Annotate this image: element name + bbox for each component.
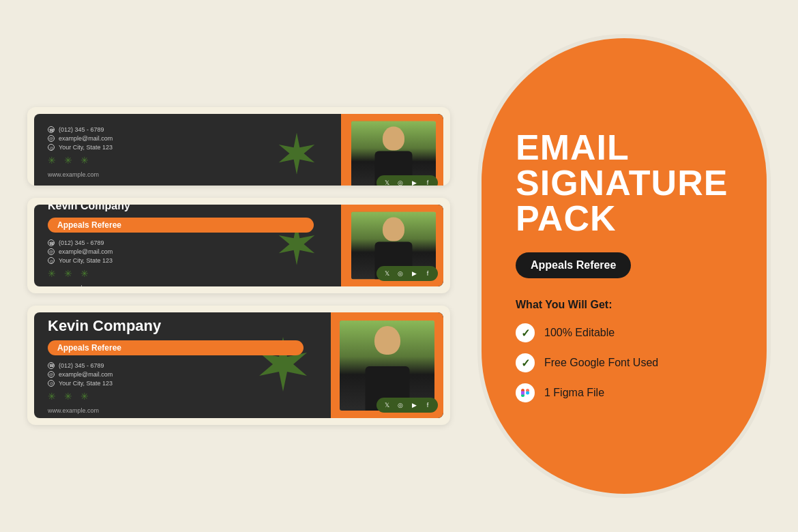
phone-row-middle: ☎ (012) 345 - 6789	[48, 239, 314, 246]
twitter-icon-middle: 𝕏	[382, 269, 391, 278]
social-bar-top: 𝕏 ◎ ▶ f	[376, 175, 438, 186]
feature-text-3: 1 Figma File	[544, 387, 604, 399]
phone-text-bottom: (012) 345 - 6789	[59, 362, 104, 369]
twitter-icon-top: 𝕏	[382, 178, 391, 186]
feature-figma: 1 Figma File	[516, 383, 658, 402]
photo-area-middle: 𝕏 ◎ ▶ f	[327, 205, 443, 286]
asterisks-top: ✳ ✳ ✳	[48, 155, 314, 166]
card-wrapper-middle: Kevin Company Appeals Referee ☎ (012) 34…	[27, 198, 450, 293]
card-wrapper-top: ☎ (012) 345 - 6789 @ example@mail.com ◎ …	[27, 107, 450, 186]
facebook-icon-bottom: f	[423, 400, 432, 410]
phone-icon-middle: ☎	[48, 239, 55, 246]
svg-point-7	[526, 391, 529, 395]
location-icon-top: ◎	[48, 144, 55, 151]
youtube-icon-bottom: ▶	[409, 400, 419, 410]
location-icon-middle: ◎	[48, 257, 55, 264]
checkmark-2: ✓	[521, 357, 530, 370]
instagram-icon-middle: ◎	[396, 269, 405, 278]
location-text-middle: Your City, State 123	[59, 257, 113, 264]
email-text-bottom: example@mail.com	[59, 371, 113, 378]
check-circle-2: ✓	[516, 353, 535, 372]
facebook-icon-top: f	[423, 178, 432, 186]
instagram-icon-bottom: ◎	[396, 400, 405, 410]
card-details-top: ☎ (012) 345 - 6789 @ example@mail.com ◎ …	[48, 126, 314, 151]
phone-icon-top: ☎	[48, 126, 55, 133]
signature-card-top: ☎ (012) 345 - 6789 @ example@mail.com ◎ …	[34, 114, 443, 186]
panel-title: EMAIL SIGNATURE PACK	[516, 130, 733, 236]
card-details-bottom: ☎ (012) 345 - 6789 @ example@mail.com ◎ …	[48, 362, 304, 387]
card-content-top: ☎ (012) 345 - 6789 @ example@mail.com ◎ …	[34, 119, 327, 186]
email-text-top: example@mail.com	[59, 135, 113, 142]
card-wrapper-bottom: Kevin Company Appeals Referee ☎ (012) 34…	[27, 306, 450, 425]
email-icon-top: @	[48, 135, 55, 142]
photo-area-bottom: 𝕏 ◎ ▶ f	[317, 312, 443, 418]
person-head-bottom	[374, 326, 400, 355]
social-bar-middle: 𝕏 ◎ ▶ f	[376, 266, 438, 281]
location-icon-bottom: ◎	[48, 380, 55, 387]
email-row-middle: @ example@mail.com	[48, 248, 314, 255]
check-circle-1: ✓	[516, 323, 535, 342]
email-row-bottom: @ example@mail.com	[48, 371, 304, 378]
person-head-top	[383, 127, 404, 151]
location-row-top: ◎ Your City, State 123	[48, 144, 314, 151]
card-details-middle: ☎ (012) 345 - 6789 @ example@mail.com ◎ …	[48, 239, 314, 264]
card-name-middle: Kevin Company	[48, 205, 314, 212]
svg-rect-6	[521, 391, 524, 395]
website-bottom: www.example.com	[48, 407, 304, 414]
phone-text-top: (012) 345 - 6789	[59, 126, 104, 133]
card-name-bottom: Kevin Company	[48, 317, 304, 335]
person-head-middle	[383, 218, 404, 241]
figma-icon	[516, 383, 535, 402]
feature-editable: ✓ 100% Editable	[516, 323, 658, 342]
feature-font: ✓ Free Google Font Used	[516, 353, 658, 372]
silhouette-bottom	[340, 321, 434, 411]
email-icon-bottom: @	[48, 371, 55, 378]
asterisks-middle: ✳ ✳ ✳	[48, 268, 314, 279]
youtube-icon-middle: ▶	[409, 269, 419, 278]
location-row-middle: ◎ Your City, State 123	[48, 257, 314, 264]
signature-card-bottom: Kevin Company Appeals Referee ☎ (012) 34…	[34, 312, 443, 418]
email-text-middle: example@mail.com	[59, 248, 113, 255]
signature-card-middle: Kevin Company Appeals Referee ☎ (012) 34…	[34, 205, 443, 286]
email-icon-middle: @	[48, 248, 55, 255]
asterisks-bottom: ✳ ✳ ✳	[48, 391, 304, 402]
phone-row-bottom: ☎ (012) 345 - 6789	[48, 362, 304, 369]
photo-area-top: 𝕏 ◎ ▶ f	[327, 114, 443, 186]
feature-list: ✓ 100% Editable ✓ Free Google Font Used …	[516, 323, 658, 402]
location-text-top: Your City, State 123	[59, 144, 113, 151]
location-row-bottom: ◎ Your City, State 123	[48, 380, 304, 387]
cards-section: ☎ (012) 345 - 6789 @ example@mail.com ◎ …	[27, 107, 450, 425]
panel-badge: Appeals Referee	[516, 252, 631, 278]
card-content-bottom: Kevin Company Appeals Referee ☎ (012) 34…	[34, 312, 317, 418]
info-panel: EMAIL SIGNATURE PACK Appeals Referee Wha…	[477, 34, 771, 498]
card-badge-middle: Appeals Referee	[48, 218, 314, 233]
email-row-top: @ example@mail.com	[48, 135, 314, 142]
panel-section-title: What You Will Get:	[516, 299, 612, 311]
facebook-icon-middle: f	[423, 269, 432, 278]
twitter-icon-bottom: 𝕏	[382, 400, 391, 410]
phone-text-middle: (012) 345 - 6789	[59, 239, 104, 246]
youtube-icon-top: ▶	[409, 178, 419, 186]
feature-text-2: Free Google Font Used	[544, 357, 658, 369]
card-content-middle: Kevin Company Appeals Referee ☎ (012) 34…	[34, 205, 327, 286]
phone-row-top: ☎ (012) 345 - 6789	[48, 126, 314, 133]
website-top: www.example.com	[48, 171, 314, 178]
social-bar-bottom: 𝕏 ◎ ▶ f	[376, 398, 438, 413]
instagram-icon-top: ◎	[396, 178, 405, 186]
location-text-bottom: Your City, State 123	[59, 380, 113, 387]
card-badge-bottom: Appeals Referee	[48, 340, 304, 355]
website-middle: www.example.com	[48, 284, 314, 286]
feature-text-1: 100% Editable	[544, 327, 615, 339]
phone-icon-bottom: ☎	[48, 362, 55, 369]
checkmark-1: ✓	[521, 327, 530, 340]
